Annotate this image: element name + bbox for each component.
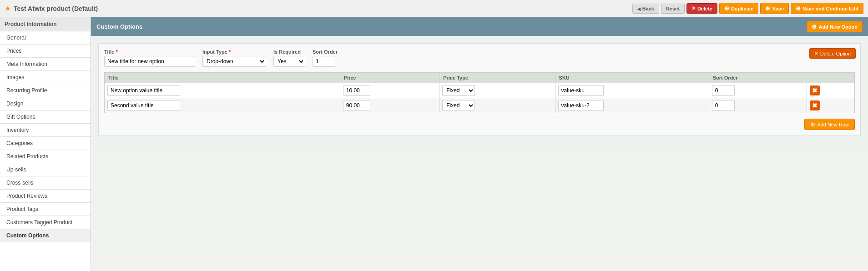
- table-row: FixedPercent✖: [105, 83, 855, 98]
- row-price-input-0[interactable]: [343, 85, 370, 96]
- add-option-icon: [812, 23, 817, 30]
- sidebar-item-categories[interactable]: Categories: [0, 137, 91, 150]
- sidebar-item-meta-information[interactable]: Meta Information: [0, 58, 91, 71]
- row-price-type-select-1[interactable]: FixedPercent: [442, 100, 475, 111]
- save-continue-button[interactable]: Save and Continue Edit: [791, 3, 863, 14]
- duplicate-button[interactable]: Duplicate: [719, 3, 759, 14]
- add-row-icon: [810, 121, 815, 128]
- is-required-select[interactable]: YesNo: [273, 56, 305, 67]
- col-price: Price: [340, 73, 439, 83]
- sidebar-item-design[interactable]: Design: [0, 97, 91, 110]
- panel-title: Custom Options: [96, 23, 142, 30]
- values-table-head: Title Price Price Type SKU Sort Order: [105, 73, 855, 83]
- top-bar-right: Back Reset Delete Duplicate Save Save an…: [632, 3, 863, 14]
- sidebar-item-related-products[interactable]: Related Products: [0, 150, 91, 163]
- row-price-input-1[interactable]: [343, 100, 370, 111]
- sidebar-item-images[interactable]: Images: [0, 71, 91, 84]
- sidebar-items-container: GeneralPricesMeta InformationImagesRecur…: [0, 31, 91, 242]
- option-title-input[interactable]: [104, 56, 195, 67]
- input-type-required: *: [229, 49, 231, 55]
- add-new-option-button[interactable]: Add New Option: [807, 21, 863, 32]
- input-type-select[interactable]: Drop-downRadio ButtonsCheckboxMultiple S…: [202, 56, 266, 67]
- top-bar-left: ★ Test Atwix product (Default): [5, 4, 98, 13]
- row-price-type-select-0[interactable]: FixedPercent: [442, 85, 475, 96]
- sidebar-item-inventory[interactable]: Inventory: [0, 124, 91, 137]
- row-sku-input-1[interactable]: [558, 100, 604, 111]
- sort-order-field-group: Sort Order: [313, 49, 338, 67]
- sidebar-item-gift-options[interactable]: Gift Options: [0, 110, 91, 124]
- duplicate-icon: [724, 5, 729, 12]
- back-icon: [637, 6, 641, 11]
- values-table-header-row: Title Price Price Type SKU Sort Order: [105, 73, 855, 83]
- custom-options-panel: Custom Options Add New Option Delete Opt…: [91, 17, 868, 148]
- sidebar-item-prices[interactable]: Prices: [0, 45, 91, 58]
- values-table: Title Price Price Type SKU Sort Order Fi…: [104, 72, 855, 113]
- sidebar-item-general[interactable]: General: [0, 31, 91, 45]
- table-row: FixedPercent✖: [105, 98, 855, 113]
- add-new-row-button[interactable]: Add New Row: [804, 119, 855, 130]
- col-sku: SKU: [555, 73, 709, 83]
- sort-order-input[interactable]: [313, 56, 335, 67]
- save-button[interactable]: Save: [760, 3, 789, 14]
- col-actions: [807, 73, 855, 83]
- product-icon: ★: [5, 4, 11, 13]
- sidebar-item-recurring-profile[interactable]: Recurring Profile: [0, 84, 91, 97]
- option-block-header: Title * Input Type * Drop-down: [104, 49, 855, 67]
- title-field-group: Title *: [104, 49, 195, 67]
- delete-row-button-1[interactable]: ✖: [810, 100, 820, 110]
- top-bar: ★ Test Atwix product (Default) Back Rese…: [0, 0, 868, 17]
- sidebar-title: Product Information: [0, 17, 91, 31]
- main-content: Product Information GeneralPricesMeta In…: [0, 17, 868, 271]
- input-type-field-group: Input Type * Drop-downRadio ButtonsCheck…: [202, 49, 266, 67]
- content-area: Custom Options Add New Option Delete Opt…: [91, 17, 868, 271]
- panel-body: Delete Option Title *: [91, 36, 868, 148]
- col-price-type: Price Type: [439, 73, 555, 83]
- sidebar-item-product-tags[interactable]: Product Tags: [0, 203, 91, 216]
- sidebar: Product Information GeneralPricesMeta In…: [0, 17, 91, 271]
- col-title: Title: [105, 73, 340, 83]
- product-title: Test Atwix product (Default): [14, 5, 98, 12]
- sidebar-item-custom-options[interactable]: Custom Options: [0, 229, 91, 242]
- sort-order-label: Sort Order: [313, 49, 338, 55]
- delete-row-button-0[interactable]: ✖: [810, 85, 820, 95]
- sidebar-item-product-reviews[interactable]: Product Reviews: [0, 190, 91, 203]
- save-icon: [765, 5, 770, 12]
- sidebar-item-cross-sells[interactable]: Cross-sells: [0, 176, 91, 190]
- col-sort-order: Sort Order: [709, 73, 807, 83]
- title-label: Title *: [104, 49, 195, 55]
- page-wrapper: ★ Test Atwix product (Default) Back Rese…: [0, 0, 868, 271]
- row-sort-order-input-1[interactable]: [712, 100, 735, 111]
- row-sku-input-0[interactable]: [558, 85, 604, 96]
- save-continue-icon: [796, 5, 801, 12]
- input-type-label: Input Type *: [202, 49, 266, 55]
- delete-icon: [691, 5, 696, 11]
- reset-button[interactable]: Reset: [661, 4, 685, 14]
- row-sort-order-input-0[interactable]: [712, 85, 735, 96]
- add-row-container: Add New Row: [104, 117, 855, 130]
- sidebar-item-customers-tagged-product[interactable]: Customers Tagged Product: [0, 216, 91, 229]
- delete-option-icon: [814, 50, 818, 56]
- row-title-input-0[interactable]: [107, 85, 180, 96]
- delete-button[interactable]: Delete: [686, 3, 717, 14]
- is-required-field-group: Is Required YesNo: [273, 49, 305, 67]
- panel-header: Custom Options Add New Option: [91, 17, 868, 36]
- title-required: *: [116, 49, 117, 55]
- values-table-body: FixedPercent✖FixedPercent✖: [105, 83, 855, 113]
- sidebar-item-up-sells[interactable]: Up-sells: [0, 163, 91, 176]
- row-title-input-1[interactable]: [107, 100, 180, 111]
- option-block: Delete Option Title *: [98, 43, 861, 136]
- delete-option-button[interactable]: Delete Option: [809, 48, 856, 59]
- back-button[interactable]: Back: [632, 4, 659, 14]
- is-required-label: Is Required: [273, 49, 305, 55]
